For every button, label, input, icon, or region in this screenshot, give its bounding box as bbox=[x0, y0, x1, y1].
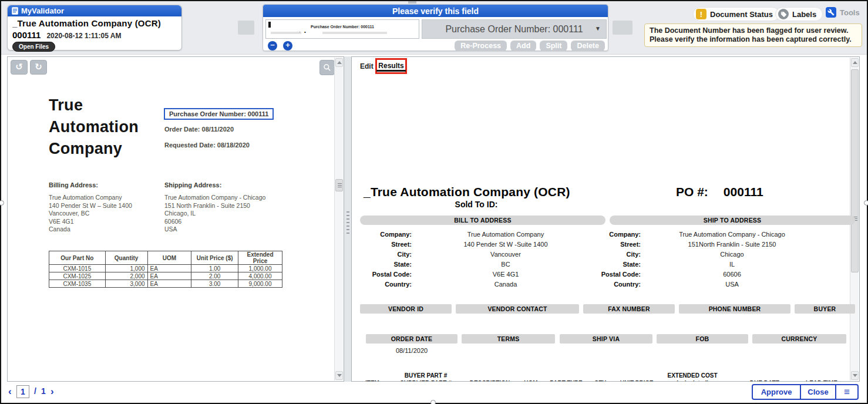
triangle-down-icon bbox=[337, 374, 342, 377]
tools-button[interactable]: Tools bbox=[826, 7, 860, 18]
next-field-button[interactable] bbox=[613, 21, 633, 35]
order-date-value: 08/11/2020 bbox=[366, 347, 457, 354]
table-row: CXM-1035 3,000 EA 3.00 9,000.00 bbox=[49, 280, 282, 288]
itemhead-extended-cost: EXTENDED COST(calculated) bbox=[657, 367, 728, 382]
bill-country-label: Country: bbox=[358, 281, 412, 288]
panel-splitter[interactable] bbox=[344, 56, 351, 382]
footer-actions: Approve Close ≡ bbox=[752, 384, 859, 400]
bill-company-label: Company: bbox=[358, 231, 412, 238]
triangle-up-icon bbox=[337, 61, 342, 64]
zoom-search-button[interactable] bbox=[319, 60, 335, 75]
approve-button[interactable]: Approve bbox=[752, 384, 801, 400]
scroll-thumb[interactable] bbox=[335, 179, 343, 191]
fob-bar: FOB bbox=[657, 334, 748, 344]
ship-company-label: Company: bbox=[575, 231, 641, 238]
delete-button[interactable]: Delete bbox=[571, 41, 605, 51]
tab-edit[interactable]: Edit bbox=[360, 62, 374, 70]
field-type-dropdown[interactable]: Purchase Order Number: 000111 ▼ bbox=[422, 19, 607, 39]
rotate-ccw-icon: ↺ bbox=[15, 63, 23, 72]
results-tab-annotation-box: Results bbox=[375, 58, 407, 74]
scroll-down-button[interactable] bbox=[851, 371, 859, 380]
itemhead-due-date: DUE DATE bbox=[735, 367, 794, 382]
po-value: 000111 bbox=[724, 185, 763, 199]
ship-state-value: IL bbox=[645, 261, 819, 268]
snippet-dots: · • bbox=[299, 29, 307, 35]
labels-button[interactable]: Labels bbox=[775, 7, 823, 21]
bill-state-label: State: bbox=[358, 261, 412, 268]
document-title: _True Automation Company (OCR) bbox=[12, 18, 177, 28]
phone-number-bar: PHONE NUMBER bbox=[679, 304, 790, 314]
document-viewer-panel: ↺ ↻ True Automation Company Purchase Ord… bbox=[7, 56, 344, 382]
triangle-down-icon bbox=[853, 374, 857, 377]
po-label: PO #: bbox=[676, 185, 708, 199]
labels-label: Labels bbox=[792, 10, 816, 19]
document-number: 000111 bbox=[12, 30, 41, 40]
rotate-ccw-button[interactable]: ↺ bbox=[11, 60, 28, 75]
results-doc-title: _True Automation Company (OCR) bbox=[364, 185, 570, 199]
add-button[interactable]: Add bbox=[510, 41, 536, 51]
table-header-row: Our Part No Quantity UOM Unit Price ($) … bbox=[49, 251, 282, 265]
resize-handle-left[interactable] bbox=[0, 200, 4, 206]
doc-order-date: Order Date: 08/11/2020 bbox=[164, 126, 234, 133]
viewer-scrollbar[interactable] bbox=[334, 58, 343, 381]
myvalidator-card: MyValidator _True Automation Company (OC… bbox=[7, 5, 182, 51]
open-files-button[interactable]: Open Files bbox=[12, 42, 55, 52]
itemhead-lead-time: LEAD TIME bbox=[792, 367, 851, 382]
ship-country-label: Country: bbox=[575, 281, 641, 288]
scroll-up-button[interactable] bbox=[851, 58, 859, 67]
scroll-down-button[interactable] bbox=[335, 371, 343, 380]
currency-bar: CURRENCY bbox=[752, 334, 846, 344]
resize-handle-right[interactable] bbox=[864, 200, 868, 206]
prev-page-button[interactable]: ‹ bbox=[8, 386, 12, 398]
wrench-icon bbox=[826, 7, 836, 18]
split-button[interactable]: Split bbox=[540, 41, 567, 51]
snippet-text: Purchase Order Number: 000111 bbox=[266, 25, 419, 29]
itemhead-uom: UOM bbox=[516, 367, 546, 382]
reprocess-button[interactable]: Re-Process bbox=[455, 41, 507, 51]
scroll-up-button[interactable] bbox=[335, 58, 343, 67]
bill-to-header-bar: BILL TO ADDRESS bbox=[360, 216, 605, 225]
prev-field-button[interactable] bbox=[238, 21, 254, 35]
page-number-input[interactable]: 1 bbox=[16, 385, 29, 398]
menu-button[interactable]: ≡ bbox=[835, 384, 859, 400]
itemhead-description: DESCRIPTION bbox=[457, 367, 522, 382]
terms-bar: TERMS bbox=[462, 334, 555, 344]
ship-city-label: City: bbox=[575, 251, 641, 258]
ship-via-bar: SHIP VIA bbox=[560, 334, 652, 344]
bill-state-value: BC bbox=[418, 261, 594, 268]
snippet-zoom-out-button[interactable]: − bbox=[268, 41, 277, 51]
ship-company-value: True Automation Company - Chicago bbox=[645, 231, 819, 238]
bill-street-label: Street: bbox=[358, 241, 412, 248]
document-icon bbox=[12, 7, 18, 15]
snippet-zoom-in-button[interactable]: + bbox=[283, 41, 292, 51]
document-status-button[interactable]: ! Document Status bbox=[693, 7, 779, 21]
field-snippet-preview: Purchase Order Number: 000111 · • bbox=[265, 19, 419, 39]
close-button[interactable]: Close bbox=[800, 384, 836, 400]
resize-handle-top[interactable] bbox=[408, 1, 416, 4]
next-page-button[interactable]: › bbox=[51, 386, 54, 398]
ship-postal-value: 60606 bbox=[645, 271, 819, 278]
triangle-up-icon bbox=[853, 61, 857, 64]
resize-handle-bottom[interactable] bbox=[430, 400, 436, 404]
field-dropdown-value: Purchase Order Number: 000111 bbox=[445, 24, 583, 35]
bill-postal-value: V6E 4G1 bbox=[418, 271, 594, 278]
po-field-highlight[interactable]: Purchase Order Number: 000111 bbox=[164, 108, 274, 120]
order-date-bar: ORDER DATE bbox=[366, 334, 457, 344]
results-panel: Edit Results _True Automation Company (O… bbox=[351, 56, 860, 382]
verify-field-card: Please verify this field Purchase Order … bbox=[263, 4, 608, 51]
table-row: CXM-1015 1,000 EA 1.00 1,000.00 bbox=[49, 265, 282, 272]
doc-items-table: Our Part No Quantity UOM Unit Price ($) … bbox=[49, 251, 282, 288]
ship-to-header-bar: SHIP TO ADDRESS bbox=[610, 216, 855, 225]
bill-country-value: Canada bbox=[418, 281, 594, 288]
rotate-cw-button[interactable]: ↻ bbox=[30, 60, 47, 75]
bill-city-label: City: bbox=[358, 251, 412, 258]
scroll-thumb[interactable] bbox=[851, 69, 859, 272]
verify-actions: Re-Process Add Split Delete bbox=[455, 41, 605, 51]
snippet-faint-line bbox=[322, 32, 387, 34]
magnifier-icon bbox=[323, 63, 331, 72]
tab-results[interactable]: Results bbox=[376, 61, 405, 72]
bill-city-value: Vancouver bbox=[418, 251, 594, 258]
chevron-down-icon: ▼ bbox=[595, 25, 601, 32]
verify-title-bar: Please verify this field bbox=[263, 5, 608, 17]
results-po-number: PO #: 000111 bbox=[676, 185, 763, 199]
